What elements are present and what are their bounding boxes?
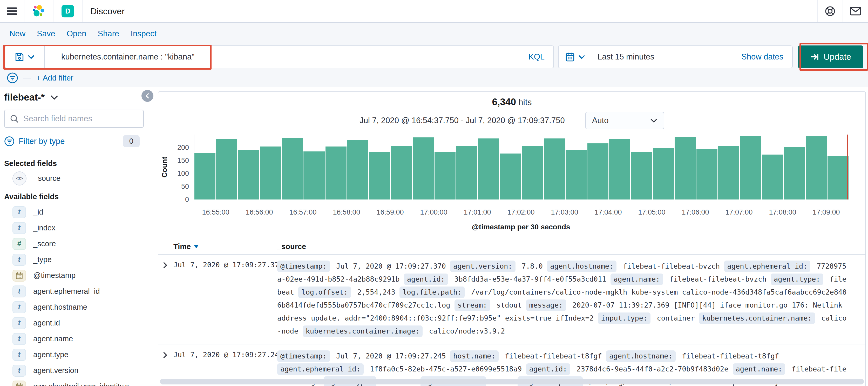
- time-column-label: Time: [174, 242, 191, 251]
- field-item-_score[interactable]: #_score: [0, 236, 150, 252]
- content-area: filebeat-* Search field names Filter by …: [0, 87, 868, 386]
- field-item-aws.cloudtrail.user_identity.s...[interactable]: aws.cloudtrail.user_identity.s...: [0, 379, 150, 386]
- x-tick-label: 17:00:00: [420, 208, 447, 216]
- toolbar-link-new[interactable]: New: [9, 29, 25, 38]
- histogram-bar[interactable]: [784, 147, 805, 200]
- time-column-header[interactable]: Time: [174, 242, 277, 251]
- interval-select[interactable]: Auto: [585, 112, 664, 129]
- source-field-badge: host.name:: [450, 350, 499, 362]
- filter-by-type-button[interactable]: Filter by type 0: [4, 135, 140, 147]
- available-fields-list: t_idt_index#_scoret_type@timestamptagent…: [0, 204, 150, 386]
- mail-icon: [850, 6, 861, 16]
- source-field-badge: kubernetes.container.image:: [303, 325, 423, 337]
- histogram-bar[interactable]: [435, 152, 456, 200]
- source-field-badge: agent.id:: [526, 363, 570, 375]
- histogram-bar[interactable]: [762, 154, 783, 200]
- time-range-label[interactable]: Last 15 minutes: [597, 52, 741, 62]
- histogram-bar[interactable]: [391, 146, 412, 200]
- index-pattern-label: filebeat-*: [4, 92, 44, 103]
- histogram-bar[interactable]: [282, 138, 303, 200]
- toolbar-link-inspect[interactable]: Inspect: [130, 29, 157, 38]
- search-icon: [10, 114, 19, 123]
- field-item-_id[interactable]: t_id: [0, 204, 150, 220]
- histogram-bar[interactable]: [260, 147, 281, 200]
- histogram-bar[interactable]: [347, 140, 368, 200]
- histogram-bar[interactable]: [522, 146, 543, 200]
- field-item-agent.version[interactable]: tagent.version: [0, 363, 150, 379]
- newsfeed-button[interactable]: [843, 0, 868, 22]
- time-range-line: Jul 7, 2020 @ 16:54:37.750 - Jul 7, 2020…: [158, 112, 865, 129]
- field-item-@timestamp[interactable]: @timestamp: [0, 268, 150, 284]
- histogram-bar[interactable]: [609, 139, 630, 200]
- histogram-bar[interactable]: [304, 151, 324, 200]
- histogram-bar[interactable]: [653, 148, 674, 200]
- histogram-bar[interactable]: [544, 139, 565, 200]
- toolbar-link-open[interactable]: Open: [67, 29, 87, 38]
- update-button[interactable]: Update: [798, 46, 863, 68]
- histogram-bar[interactable]: [828, 156, 848, 200]
- filter-count-badge: 0: [123, 135, 140, 147]
- histogram-bar[interactable]: [718, 146, 739, 200]
- available-fields-heading: Available fields: [4, 192, 150, 201]
- field-item-agent.ephemeral_id[interactable]: tagent.ephemeral_id: [0, 284, 150, 299]
- elastic-logo[interactable]: [24, 0, 53, 22]
- field-item-agent.name[interactable]: tagent.name: [0, 331, 150, 347]
- show-dates-button[interactable]: Show dates: [741, 52, 792, 62]
- histogram-bar[interactable]: [740, 136, 761, 200]
- doc-expand-button[interactable]: [162, 352, 168, 358]
- histogram-bar[interactable]: [478, 139, 499, 200]
- hits-label: hits: [518, 97, 532, 107]
- histogram-bar[interactable]: [587, 143, 609, 200]
- source-field-badge: agent.id:: [404, 273, 448, 285]
- histogram-bar[interactable]: [696, 149, 717, 200]
- date-picker-quick-menu[interactable]: [559, 52, 592, 62]
- doc-expand-button[interactable]: [162, 262, 168, 269]
- filter-set-icon[interactable]: [7, 72, 18, 84]
- toolbar-link-share[interactable]: Share: [98, 29, 119, 38]
- histogram-bar[interactable]: [238, 150, 259, 200]
- y-tick-label: 50: [160, 183, 189, 191]
- field-search-placeholder: Search field names: [23, 114, 92, 123]
- horizontal-scrollbar[interactable]: [160, 379, 864, 384]
- query-input[interactable]: kubernetes.container.name : "kibana": [44, 46, 520, 68]
- field-item-agent.type[interactable]: tagent.type: [0, 347, 150, 363]
- source-field-badge: stream:: [455, 299, 490, 311]
- query-language-button[interactable]: KQL: [520, 46, 553, 68]
- filter-bar: + Add filter: [0, 69, 868, 87]
- histogram-bar[interactable]: [369, 152, 390, 200]
- field-item-_source[interactable]: </>_source: [0, 170, 150, 186]
- saved-query-button[interactable]: [5, 46, 44, 68]
- histogram-plot: [194, 135, 848, 200]
- field-item-agent.id[interactable]: tagent.id: [0, 315, 150, 331]
- index-pattern-selector[interactable]: filebeat-*: [4, 92, 150, 103]
- date-picker: Last 15 minutes Show dates: [558, 46, 793, 68]
- document-table: Jul 7, 2020 @ 17:09:27.370@timestamp: Ju…: [158, 255, 865, 386]
- histogram-bar[interactable]: [631, 152, 652, 200]
- y-tick-label: 0: [160, 196, 189, 204]
- app-badge[interactable]: D: [54, 0, 82, 22]
- field-item-_index[interactable]: t_index: [0, 220, 150, 236]
- string-type-icon: t: [12, 317, 26, 329]
- toolbar-link-save[interactable]: Save: [37, 29, 55, 38]
- histogram-bar[interactable]: [194, 153, 215, 200]
- x-axis-title: @timestamp per 30 seconds: [194, 223, 848, 231]
- histogram-bar[interactable]: [566, 150, 587, 200]
- histogram-bar[interactable]: [326, 147, 346, 200]
- collapse-sidebar-button[interactable]: [142, 90, 153, 102]
- histogram-bar[interactable]: [456, 146, 477, 200]
- string-type-icon: t: [12, 222, 26, 234]
- histogram-bar[interactable]: [806, 137, 827, 200]
- help-button[interactable]: [818, 0, 843, 22]
- x-tick-label: 17:03:00: [551, 208, 578, 216]
- chevron-down-icon: [650, 118, 657, 123]
- field-item-_type[interactable]: t_type: [0, 252, 150, 268]
- hamburger-menu-button[interactable]: [0, 0, 24, 22]
- histogram-bar[interactable]: [216, 139, 237, 200]
- field-search-input[interactable]: Search field names: [4, 110, 144, 128]
- field-item-agent.hostname[interactable]: tagent.hostname: [0, 299, 150, 315]
- chart-time-range: Jul 7, 2020 @ 16:54:37.750 - Jul 7, 2020…: [360, 116, 564, 125]
- histogram-bar[interactable]: [413, 138, 434, 200]
- histogram-bar[interactable]: [675, 137, 695, 200]
- histogram-bar[interactable]: [500, 153, 521, 200]
- add-filter-button[interactable]: + Add filter: [36, 73, 73, 82]
